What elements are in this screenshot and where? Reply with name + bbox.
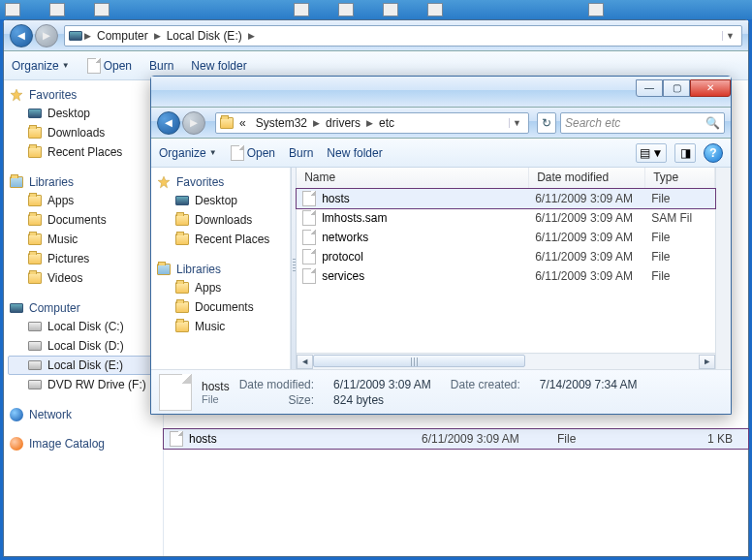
chevron-right-icon[interactable]: ▶: [84, 31, 91, 41]
nav-item-local-disk-d[interactable]: Local Disk (D:): [8, 336, 159, 356]
minimize-button[interactable]: —: [636, 79, 663, 97]
nav-group-libraries[interactable]: Libraries: [8, 173, 159, 191]
network-icon: [10, 408, 23, 421]
nav-item-videos[interactable]: Videos: [8, 268, 159, 288]
open-button[interactable]: Open: [87, 58, 132, 74]
maximize-button[interactable]: ▢: [663, 79, 690, 97]
nav-item-downloads[interactable]: Downloads: [8, 123, 159, 142]
nav-group-favorites[interactable]: Favorites: [155, 173, 286, 191]
file-name: lmhosts.sam: [322, 211, 387, 225]
chevron-right-icon[interactable]: ▶: [248, 31, 255, 41]
file-date: 6/11/2009 3:09 AM: [535, 269, 651, 283]
nav-item-local-disk-c[interactable]: Local Disk (C:): [8, 317, 159, 336]
nav-item-apps[interactable]: Apps: [8, 191, 159, 210]
column-name[interactable]: Name: [297, 168, 529, 188]
nav-item-desktop[interactable]: Desktop: [8, 104, 159, 123]
search-input[interactable]: Search etc 🔍: [560, 112, 725, 134]
back-button[interactable]: ◄: [157, 111, 180, 135]
nav-item-local-disk-e[interactable]: Local Disk (E:): [8, 356, 159, 375]
new-folder-button[interactable]: New folder: [191, 59, 246, 73]
file-row[interactable]: services 6/11/2009 3:09 AM File: [297, 266, 715, 286]
scroll-track[interactable]: [313, 355, 699, 369]
scroll-right-button[interactable]: ►: [699, 355, 715, 369]
taskbar-icon[interactable]: [383, 3, 398, 16]
nav-group-libraries[interactable]: Libraries: [155, 261, 286, 278]
details-size-value: 824 bytes: [333, 393, 431, 407]
taskbar-icon[interactable]: [338, 3, 354, 16]
file-row[interactable]: protocol 6/11/2009 3:09 AM File: [297, 247, 715, 266]
nav-item-documents[interactable]: Documents: [155, 297, 286, 317]
burn-button[interactable]: Burn: [289, 146, 313, 160]
burn-button[interactable]: Burn: [149, 59, 173, 73]
organize-menu[interactable]: Organize▼: [159, 146, 217, 160]
breadcrumb-segment[interactable]: System32: [252, 116, 311, 130]
file-date: 6/11/2009 3:09 AM: [422, 432, 557, 446]
nav-item-desktop[interactable]: Desktop: [155, 191, 286, 210]
forward-button[interactable]: ►: [35, 24, 58, 47]
nav-item-dvd-drive[interactable]: DVD RW Drive (F:): [8, 375, 159, 394]
titlebar[interactable]: — ▢ ✕: [151, 77, 731, 108]
column-headers[interactable]: Name Date modified Type: [297, 168, 715, 189]
file-row[interactable]: networks 6/11/2009 3:09 AM File: [297, 228, 715, 247]
column-date[interactable]: Date modified: [529, 168, 645, 188]
details-created-value: 7/14/2009 7:34 AM: [540, 378, 638, 391]
horizontal-scrollbar[interactable]: ◄ ►: [297, 353, 715, 369]
help-button[interactable]: ?: [704, 143, 723, 163]
file-row[interactable]: lmhosts.sam 6/11/2009 3:09 AM SAM Fil: [297, 208, 715, 228]
nav-item-recent-places[interactable]: Recent Places: [8, 142, 159, 162]
taskbar-icon[interactable]: [5, 3, 20, 16]
toolbar: Organize▼ Open Burn New folder ▤▼ ◨ ?: [151, 139, 731, 168]
breadcrumb-segment[interactable]: etc: [375, 116, 398, 130]
titlebar[interactable]: ◄ ► ▶ Computer ▶ Local Disk (E:) ▶ ▼: [4, 20, 748, 51]
taskbar-icon[interactable]: [588, 3, 604, 16]
folder-icon: [175, 233, 189, 245]
details-file-kind: File: [202, 393, 230, 405]
close-button[interactable]: ✕: [690, 79, 731, 97]
open-button[interactable]: Open: [231, 145, 275, 161]
nav-item-recent-places[interactable]: Recent Places: [155, 230, 286, 249]
chevron-right-icon[interactable]: ▶: [154, 31, 161, 41]
back-button[interactable]: ◄: [10, 24, 33, 47]
taskbar-icon[interactable]: [294, 3, 309, 16]
chevron-right-icon[interactable]: ▶: [366, 118, 373, 128]
forward-button[interactable]: ►: [182, 111, 205, 135]
nav-item-network[interactable]: Network: [8, 406, 159, 423]
nav-item-music[interactable]: Music: [8, 230, 159, 249]
nav-item-apps[interactable]: Apps: [155, 278, 286, 297]
breadcrumb-overflow[interactable]: «: [235, 116, 250, 130]
nav-item-image-catalog[interactable]: Image Catalog: [8, 435, 159, 452]
page-icon: [87, 58, 101, 74]
breadcrumb-segment[interactable]: Computer: [93, 29, 152, 43]
nav-group-computer[interactable]: Computer: [8, 299, 159, 317]
breadcrumb-bar[interactable]: ▶ Computer ▶ Local Disk (E:) ▶ ▼: [64, 25, 742, 47]
file-row[interactable]: hosts 6/11/2009 3:09 AM File 1 KB: [164, 429, 748, 449]
chevron-right-icon[interactable]: ▶: [313, 118, 320, 128]
file-date: 6/11/2009 3:09 AM: [535, 231, 651, 244]
nav-item-pictures[interactable]: Pictures: [8, 249, 159, 268]
nav-item-documents[interactable]: Documents: [8, 210, 159, 230]
column-type[interactable]: Type: [645, 168, 715, 188]
scroll-left-button[interactable]: ◄: [297, 355, 313, 369]
nav-group-favorites[interactable]: Favorites: [8, 86, 159, 104]
breadcrumb-dropdown[interactable]: ▼: [509, 118, 524, 128]
file-icon: [302, 268, 316, 284]
taskbar-icon[interactable]: [94, 3, 110, 16]
preview-pane-button[interactable]: ◨: [674, 143, 696, 163]
breadcrumb-segment[interactable]: Local Disk (E:): [163, 29, 246, 43]
scroll-thumb[interactable]: [313, 355, 525, 367]
taskbar-icon[interactable]: [427, 3, 443, 16]
organize-menu[interactable]: Organize▼: [12, 59, 70, 73]
new-folder-button[interactable]: New folder: [327, 146, 382, 160]
nav-item-downloads[interactable]: Downloads: [155, 210, 286, 230]
vertical-scrollbar[interactable]: [715, 168, 731, 369]
file-row[interactable]: hosts 6/11/2009 3:09 AM File: [297, 189, 715, 208]
drive-icon: [28, 341, 42, 351]
breadcrumb-bar[interactable]: « System32 ▶ drivers ▶ etc ▼: [215, 112, 529, 134]
nav-item-music[interactable]: Music: [155, 317, 286, 336]
breadcrumb-segment[interactable]: drivers: [322, 116, 364, 130]
view-mode-button[interactable]: ▤▼: [636, 143, 667, 163]
taskbar-icon[interactable]: [49, 3, 65, 16]
refresh-button[interactable]: ↻: [537, 112, 556, 134]
svg-marker-0: [11, 89, 22, 101]
breadcrumb-dropdown[interactable]: ▼: [722, 31, 737, 41]
